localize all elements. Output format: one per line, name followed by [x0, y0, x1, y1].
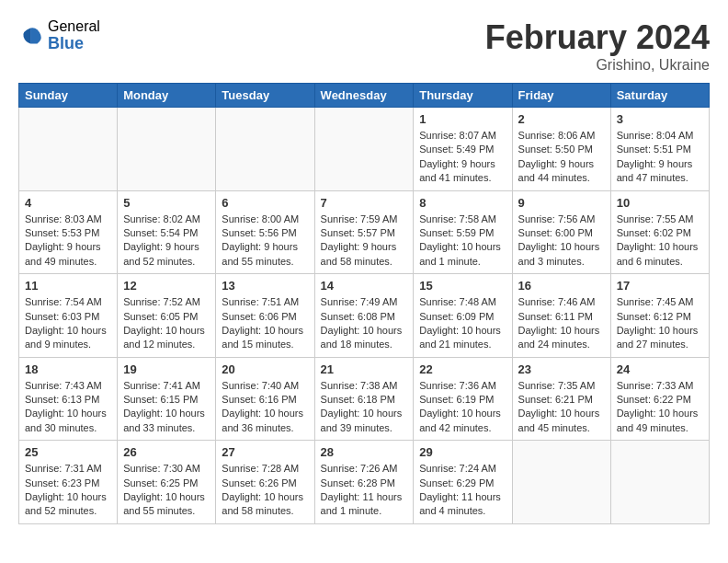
logo-text: General Blue	[48, 18, 100, 52]
calendar-cell: 28Sunrise: 7:26 AMSunset: 6:28 PMDayligh…	[314, 441, 414, 524]
day-number: 17	[617, 279, 703, 293]
day-info: Sunrise: 8:03 AMSunset: 5:53 PMDaylight:…	[25, 213, 111, 270]
column-header-wednesday: Wednesday	[314, 84, 414, 108]
calendar-cell: 3Sunrise: 8:04 AMSunset: 5:51 PMDaylight…	[610, 108, 709, 191]
column-header-tuesday: Tuesday	[216, 84, 314, 108]
day-info: Sunrise: 7:35 AMSunset: 6:21 PMDaylight:…	[518, 379, 605, 436]
week-row-4: 18Sunrise: 7:43 AMSunset: 6:13 PMDayligh…	[19, 357, 710, 441]
day-info: Sunrise: 8:06 AMSunset: 5:50 PMDaylight:…	[518, 129, 605, 186]
day-info: Sunrise: 7:48 AMSunset: 6:09 PMDaylight:…	[419, 295, 506, 352]
day-info: Sunrise: 8:04 AMSunset: 5:51 PMDaylight:…	[617, 129, 703, 186]
day-number: 13	[222, 279, 308, 293]
day-info: Sunrise: 7:59 AMSunset: 5:57 PMDaylight:…	[321, 213, 408, 270]
day-number: 16	[518, 279, 605, 293]
calendar-header-row: SundayMondayTuesdayWednesdayThursdayFrid…	[19, 84, 710, 108]
month-title: February 2024	[485, 18, 710, 57]
calendar-cell: 7Sunrise: 7:59 AMSunset: 5:57 PMDaylight…	[314, 190, 414, 274]
logo: General Blue	[18, 18, 100, 52]
calendar-cell	[314, 108, 414, 191]
day-number: 23	[518, 362, 605, 376]
page-header: General Blue February 2024 Grishino, Ukr…	[18, 18, 710, 74]
day-number: 2	[518, 112, 605, 126]
day-number: 18	[25, 362, 111, 376]
day-number: 29	[419, 445, 506, 459]
calendar-cell: 20Sunrise: 7:40 AMSunset: 6:16 PMDayligh…	[216, 357, 314, 441]
calendar-cell: 10Sunrise: 7:55 AMSunset: 6:02 PMDayligh…	[610, 190, 709, 274]
day-info: Sunrise: 7:54 AMSunset: 6:03 PMDaylight:…	[25, 295, 111, 352]
day-info: Sunrise: 7:52 AMSunset: 6:05 PMDaylight:…	[123, 295, 210, 352]
day-info: Sunrise: 8:07 AMSunset: 5:49 PMDaylight:…	[419, 129, 506, 186]
day-number: 6	[222, 196, 308, 210]
day-info: Sunrise: 7:43 AMSunset: 6:13 PMDaylight:…	[25, 379, 111, 436]
day-number: 5	[123, 196, 210, 210]
day-number: 4	[25, 196, 111, 210]
day-number: 9	[518, 196, 605, 210]
calendar-cell: 2Sunrise: 8:06 AMSunset: 5:50 PMDaylight…	[512, 108, 610, 191]
day-number: 21	[321, 362, 408, 376]
calendar-cell: 18Sunrise: 7:43 AMSunset: 6:13 PMDayligh…	[19, 357, 118, 441]
day-info: Sunrise: 7:30 AMSunset: 6:25 PMDaylight:…	[123, 462, 210, 519]
calendar-cell: 14Sunrise: 7:49 AMSunset: 6:08 PMDayligh…	[314, 274, 414, 358]
calendar-cell: 24Sunrise: 7:33 AMSunset: 6:22 PMDayligh…	[610, 357, 709, 441]
day-info: Sunrise: 7:31 AMSunset: 6:23 PMDaylight:…	[25, 462, 111, 519]
calendar-cell: 13Sunrise: 7:51 AMSunset: 6:06 PMDayligh…	[216, 274, 314, 358]
day-number: 15	[419, 279, 506, 293]
calendar-cell: 15Sunrise: 7:48 AMSunset: 6:09 PMDayligh…	[414, 274, 512, 358]
calendar-cell: 19Sunrise: 7:41 AMSunset: 6:15 PMDayligh…	[118, 357, 216, 441]
day-info: Sunrise: 8:02 AMSunset: 5:54 PMDaylight:…	[123, 213, 210, 270]
day-number: 27	[222, 445, 308, 459]
day-info: Sunrise: 7:28 AMSunset: 6:26 PMDaylight:…	[222, 462, 308, 519]
day-info: Sunrise: 7:51 AMSunset: 6:06 PMDaylight:…	[222, 295, 308, 352]
week-row-2: 4Sunrise: 8:03 AMSunset: 5:53 PMDaylight…	[19, 190, 710, 274]
calendar-cell: 22Sunrise: 7:36 AMSunset: 6:19 PMDayligh…	[414, 357, 512, 441]
day-info: Sunrise: 7:58 AMSunset: 5:59 PMDaylight:…	[419, 213, 506, 270]
column-header-monday: Monday	[118, 84, 216, 108]
title-block: February 2024 Grishino, Ukraine	[485, 18, 710, 74]
calendar-cell: 23Sunrise: 7:35 AMSunset: 6:21 PMDayligh…	[512, 357, 610, 441]
day-number: 7	[321, 196, 408, 210]
calendar-cell	[19, 108, 118, 191]
day-info: Sunrise: 7:45 AMSunset: 6:12 PMDaylight:…	[617, 295, 703, 352]
calendar-cell: 26Sunrise: 7:30 AMSunset: 6:25 PMDayligh…	[118, 441, 216, 524]
calendar-cell: 29Sunrise: 7:24 AMSunset: 6:29 PMDayligh…	[414, 441, 512, 524]
day-info: Sunrise: 7:41 AMSunset: 6:15 PMDaylight:…	[123, 379, 210, 436]
day-info: Sunrise: 7:36 AMSunset: 6:19 PMDaylight:…	[419, 379, 506, 436]
calendar-cell: 4Sunrise: 8:03 AMSunset: 5:53 PMDaylight…	[19, 190, 118, 274]
calendar-cell: 1Sunrise: 8:07 AMSunset: 5:49 PMDaylight…	[414, 108, 512, 191]
calendar-cell: 12Sunrise: 7:52 AMSunset: 6:05 PMDayligh…	[118, 274, 216, 358]
day-number: 3	[617, 112, 703, 126]
calendar-cell: 21Sunrise: 7:38 AMSunset: 6:18 PMDayligh…	[314, 357, 414, 441]
column-header-sunday: Sunday	[19, 84, 118, 108]
day-number: 12	[123, 279, 210, 293]
day-info: Sunrise: 7:26 AMSunset: 6:28 PMDaylight:…	[321, 462, 408, 519]
calendar-cell	[118, 108, 216, 191]
day-number: 11	[25, 279, 111, 293]
day-info: Sunrise: 8:00 AMSunset: 5:56 PMDaylight:…	[222, 213, 308, 270]
column-header-thursday: Thursday	[414, 84, 512, 108]
calendar-cell	[512, 441, 610, 524]
day-info: Sunrise: 7:38 AMSunset: 6:18 PMDaylight:…	[321, 379, 408, 436]
calendar-cell	[610, 441, 709, 524]
day-info: Sunrise: 7:55 AMSunset: 6:02 PMDaylight:…	[617, 213, 703, 270]
day-number: 26	[123, 445, 210, 459]
day-number: 22	[419, 362, 506, 376]
day-info: Sunrise: 7:24 AMSunset: 6:29 PMDaylight:…	[419, 462, 506, 519]
week-row-1: 1Sunrise: 8:07 AMSunset: 5:49 PMDaylight…	[19, 108, 710, 191]
day-number: 19	[123, 362, 210, 376]
day-info: Sunrise: 7:33 AMSunset: 6:22 PMDaylight:…	[617, 379, 703, 436]
location: Grishino, Ukraine	[485, 57, 710, 74]
calendar-cell: 16Sunrise: 7:46 AMSunset: 6:11 PMDayligh…	[512, 274, 610, 358]
day-number: 20	[222, 362, 308, 376]
calendar-cell: 17Sunrise: 7:45 AMSunset: 6:12 PMDayligh…	[610, 274, 709, 358]
calendar-cell: 25Sunrise: 7:31 AMSunset: 6:23 PMDayligh…	[19, 441, 118, 524]
week-row-3: 11Sunrise: 7:54 AMSunset: 6:03 PMDayligh…	[19, 274, 710, 358]
column-header-saturday: Saturday	[610, 84, 709, 108]
day-number: 10	[617, 196, 703, 210]
calendar-cell: 8Sunrise: 7:58 AMSunset: 5:59 PMDaylight…	[414, 190, 512, 274]
calendar-cell: 6Sunrise: 8:00 AMSunset: 5:56 PMDaylight…	[216, 190, 314, 274]
column-header-friday: Friday	[512, 84, 610, 108]
day-number: 28	[321, 445, 408, 459]
calendar-cell: 27Sunrise: 7:28 AMSunset: 6:26 PMDayligh…	[216, 441, 314, 524]
calendar-cell	[216, 108, 314, 191]
logo-icon	[18, 23, 44, 49]
